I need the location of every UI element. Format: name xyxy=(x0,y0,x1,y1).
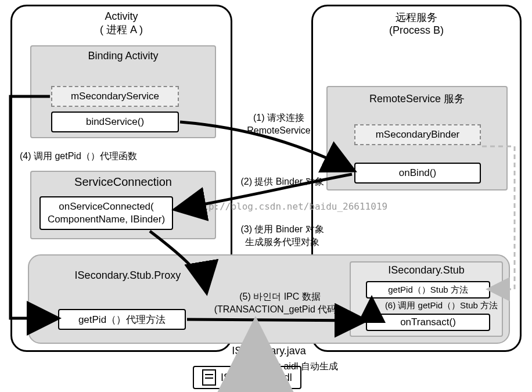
process-b-title-2: (Process B) xyxy=(389,24,444,36)
e3-l2: 生成服务代理对象 xyxy=(245,237,319,247)
binding-activity-title: Binding Activity xyxy=(30,50,216,62)
e5-l1: (5) 바인더 IPC 数据 xyxy=(239,292,321,301)
edge-4-label: (4) 调用 getPid（）代理函数 xyxy=(20,150,194,163)
edge-5-label: (5) 바인더 IPC 数据 (TRANSACTION_getPid 代码） xyxy=(204,290,355,315)
process-b-title: 远程服务 (Process B) xyxy=(311,10,522,37)
getpid-stub-method: getPid（）Stub 方法 xyxy=(366,281,490,299)
on-service-connected-method: onServiceConnected( ComponentName, IBind… xyxy=(39,196,173,230)
e1-l2: RemoteService xyxy=(247,125,310,135)
m-secondary-service-field: mSecondaryService xyxy=(51,86,179,107)
aidl-note: 由 aidl 自动生成 xyxy=(272,360,365,373)
getpid-proxy-method: getPid（）代理方法 xyxy=(58,309,186,330)
process-a-title-2: ( 进程 A ) xyxy=(100,24,143,35)
osc-line2: ComponentName, IBinder) xyxy=(48,213,165,226)
service-connection-title: ServiceConnection xyxy=(30,175,216,189)
edge-2-label: (2) 提供 Binder 对象 xyxy=(224,175,340,188)
remote-service-title: RemoteService 服务 xyxy=(326,92,508,106)
watermark-text: http://blog.csdn.net/baidu_26611019 xyxy=(192,201,387,212)
on-bind-method: onBind() xyxy=(354,163,481,184)
bind-service-method: bindService() xyxy=(51,112,179,132)
process-a-title-1: Activity xyxy=(105,10,138,22)
e5-l2: (TRANSACTION_getPid 代码） xyxy=(214,304,346,314)
osc-line1: onServiceConnected( xyxy=(59,200,153,213)
document-icon xyxy=(202,369,216,386)
ontransact-method: onTransact() xyxy=(366,314,490,331)
process-b-title-1: 远程服务 xyxy=(396,12,437,23)
process-a-title: Activity ( 进程 A ) xyxy=(10,10,232,37)
edge-6-label: (6) 调用 getPid（）Stub 方法 xyxy=(360,300,523,311)
e3-l1: (3) 使用 Binder 对象 xyxy=(240,224,323,234)
proxy-title: ISecondary.Stub.Proxy xyxy=(46,269,209,282)
isecondary-java-label: ISecondary.java xyxy=(28,345,510,357)
m-secondary-binder-field: mSecondaryBinder xyxy=(354,124,481,145)
edge-3-label: (3) 使用 Binder 对象 生成服务代理对象 xyxy=(224,223,340,248)
stub-title: ISecondary.Stub xyxy=(350,264,503,276)
edge-1-label: (1) 请求连接 RemoteService xyxy=(232,112,325,136)
e1-l1: (1) 请求连接 xyxy=(253,113,304,123)
aidl-file-label: ISecondary.aidl xyxy=(221,372,292,384)
